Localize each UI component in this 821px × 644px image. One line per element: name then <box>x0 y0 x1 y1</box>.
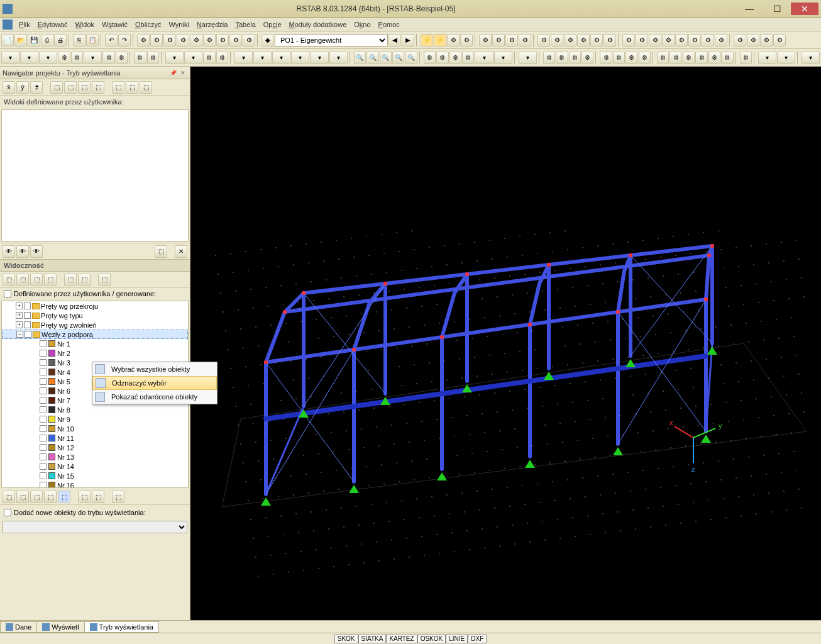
tool-icon[interactable]: ⚙ <box>243 34 255 47</box>
tool-icon[interactable]: ⚙ <box>137 34 150 47</box>
tool-icon[interactable]: ⚙ <box>150 34 163 47</box>
tree-checkbox[interactable] <box>24 303 31 309</box>
menu-narzedzia[interactable]: Narzędzia <box>193 21 232 28</box>
menu-wstawic[interactable]: Wstawić <box>98 21 131 28</box>
bottom-tab[interactable]: Tryb wyświetlania <box>84 621 159 633</box>
tree-node[interactable]: Nr 14 <box>2 462 188 471</box>
tree-node[interactable]: Nr 2 <box>2 348 188 358</box>
tree-node[interactable]: Nr 12 <box>2 443 188 452</box>
nav-tool-icon[interactable]: ⬚ <box>155 245 167 258</box>
loadcase-icon[interactable]: ◆ <box>262 34 274 47</box>
tool-icon[interactable]: ⚙ <box>102 52 114 64</box>
tool-icon[interactable]: ⚙ <box>708 52 720 64</box>
tool-icon[interactable]: ⚙ <box>460 34 473 47</box>
view-tool-icon[interactable]: ▾ <box>184 52 202 64</box>
save-all-icon[interactable]: ⎙ <box>41 34 53 47</box>
tool-icon[interactable]: ⚙ <box>600 52 612 64</box>
tree-toggle-icon[interactable]: + <box>16 303 23 309</box>
tree-node[interactable]: Nr 15 <box>2 471 188 480</box>
view-tool-icon[interactable]: ▾ <box>84 52 102 64</box>
nav-tool-icon[interactable]: z̄ <box>30 81 43 94</box>
tool-icon[interactable]: ⚙ <box>603 34 616 47</box>
menu-tabela[interactable]: Tabela <box>231 21 259 28</box>
nav-tool-icon[interactable]: ⬚ <box>92 81 104 94</box>
tool-icon[interactable]: ⚙ <box>662 34 675 47</box>
redo-icon[interactable]: ↷ <box>118 34 131 47</box>
view-tool-icon[interactable]: ▾ <box>1 52 19 64</box>
tree-checkbox[interactable] <box>24 312 31 319</box>
view-tool-icon[interactable]: ▾ <box>519 52 537 64</box>
menu-widok[interactable]: Widok <box>71 21 98 28</box>
tool-icon[interactable]: ⚙ <box>551 34 563 47</box>
tree-group[interactable]: + Pręty wg przekroju <box>2 301 188 311</box>
vis-bottom-icon[interactable]: ⬚ <box>16 491 29 503</box>
view-tool-icon[interactable]: ▾ <box>20 52 38 64</box>
bottom-tab[interactable]: Wyświetl <box>36 621 84 633</box>
zoom-icon[interactable]: 🔍 <box>354 52 366 64</box>
menu-pomoc[interactable]: Pomoc <box>375 21 404 28</box>
save-icon[interactable]: 💾 <box>28 34 40 47</box>
nav-tool-icon[interactable]: ⬚ <box>50 81 63 94</box>
tool-icon[interactable]: ⚙ <box>190 34 202 47</box>
delete-icon[interactable]: ✕ <box>175 245 187 258</box>
zoom-icon[interactable]: 🔍 <box>392 52 404 64</box>
tool-icon[interactable]: ⚙ <box>479 34 492 47</box>
tool-icon[interactable]: ⚙ <box>216 52 228 64</box>
nav-tool-icon[interactable]: 👁 <box>30 245 43 258</box>
view-tool-icon[interactable]: ▾ <box>802 52 820 64</box>
tool-icon[interactable]: ⚙ <box>715 34 727 47</box>
vis-tool-icon[interactable]: ⬚ <box>98 274 111 286</box>
minimize-button[interactable]: — <box>736 3 763 15</box>
tool-icon[interactable]: ⚙ <box>147 52 159 64</box>
tool-icon[interactable]: ⚙ <box>721 52 733 64</box>
tool-icon[interactable]: ⚙ <box>436 52 448 64</box>
tree-node[interactable]: Nr 10 <box>2 424 188 433</box>
open-icon[interactable]: 📂 <box>14 34 27 47</box>
context-menu-item[interactable]: Pokazać odwrócone obiekty <box>92 390 217 404</box>
tool-icon[interactable]: ⚙ <box>564 34 576 47</box>
tool-icon[interactable]: ⚙ <box>683 52 695 64</box>
node-checkbox[interactable] <box>40 406 47 413</box>
status-cell[interactable]: SKOK <box>334 635 358 643</box>
node-checkbox[interactable] <box>40 387 47 394</box>
view-tool-icon[interactable]: ▾ <box>234 52 253 64</box>
tool-icon[interactable]: ⚙ <box>636 34 648 47</box>
tool-icon[interactable]: ⚙ <box>505 34 518 47</box>
tool-icon[interactable]: ⚙ <box>657 52 669 64</box>
node-checkbox[interactable] <box>40 425 47 432</box>
vis-bottom-icon[interactable]: ⬚ <box>58 491 70 503</box>
tool-icon[interactable]: ⚙ <box>462 52 474 64</box>
context-menu-item[interactable]: Odznaczyć wybór <box>92 376 217 390</box>
view-tool-icon[interactable]: ▾ <box>291 52 309 64</box>
vis-bottom-icon[interactable]: ⬚ <box>44 491 57 503</box>
tool-icon[interactable]: ⚙ <box>577 34 590 47</box>
node-checkbox[interactable] <box>40 463 47 470</box>
nav-tool-icon[interactable]: ⬚ <box>126 81 138 94</box>
node-checkbox[interactable] <box>40 369 47 375</box>
node-checkbox[interactable] <box>40 378 47 385</box>
paste-icon[interactable]: 📋 <box>86 34 99 47</box>
tool-icon[interactable]: ⚙ <box>695 52 707 64</box>
node-checkbox[interactable] <box>40 397 47 404</box>
view-tool-icon[interactable]: ▾ <box>777 52 795 64</box>
user-views-list[interactable] <box>1 109 189 242</box>
close-button[interactable]: ✕ <box>791 3 818 15</box>
vis-tool-icon[interactable]: ⬚ <box>78 274 91 286</box>
tool-icon[interactable]: ⚙ <box>734 34 746 47</box>
tree-checkbox[interactable] <box>25 331 31 338</box>
vis-bottom-icon[interactable]: ⬚ <box>30 491 43 503</box>
tree-toggle-icon[interactable]: + <box>16 312 23 319</box>
vis-tool-icon[interactable]: ⬚ <box>64 274 77 286</box>
node-checkbox[interactable] <box>40 435 47 441</box>
next-icon[interactable]: ▶ <box>402 34 414 47</box>
view-tool-icon[interactable]: ▾ <box>165 52 184 64</box>
view-tool-icon[interactable]: ▾ <box>253 52 272 64</box>
tool-icon[interactable]: ⚙ <box>537 34 550 47</box>
model-viewport[interactable]: x y z <box>190 67 821 620</box>
tool-icon[interactable]: ⚡ <box>421 34 433 47</box>
tree-checkbox[interactable] <box>24 321 31 328</box>
undo-icon[interactable]: ↶ <box>105 34 118 47</box>
context-menu-item[interactable]: Wybrać wszystkie obiekty <box>92 362 217 376</box>
tool-icon[interactable]: ⚙ <box>229 34 242 47</box>
menu-obliczyc[interactable]: Obliczyć <box>131 21 165 28</box>
